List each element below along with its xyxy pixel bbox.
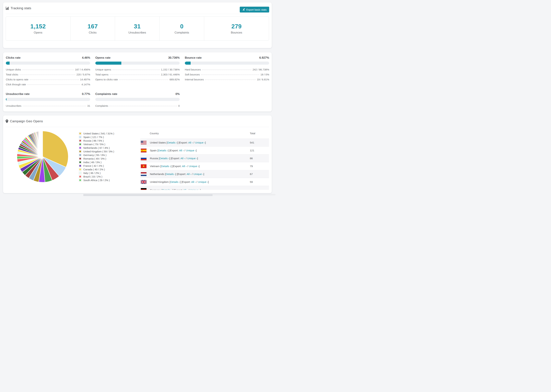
details-link[interactable]: Details › [170,181,180,183]
export-unique-link[interactable]: Unique › [187,157,197,160]
export-unique-link[interactable]: Unique › [189,165,199,168]
dotted-leader [109,106,177,106]
export-all-link[interactable]: All › [179,149,184,152]
rate-progress-fill [95,62,121,65]
rate-progress-fill [185,62,191,65]
rate-detail-row: Internal bounces19 / 6.81% [185,78,269,83]
legend-item-brazil[interactable]: Brazil ( 33 / 2% ) [79,175,114,178]
details-link[interactable]: Details › [162,189,172,190]
rate-block-complaints-rate: Complaints rate0%Complaints0 [95,92,180,109]
geo-card-header: Campaign Geo Opens [3,115,272,127]
country-cell-text: United States [Details ›] [Export: All ›… [150,141,206,144]
rate-detail-label: Total opens [95,73,108,76]
export-all-link[interactable]: All › [188,141,193,144]
legend-label: Russia ( 86 / 5% ) [83,139,104,142]
stat-label: Opens [34,31,42,34]
export-all-link[interactable]: All › [191,181,196,183]
country-name: Vietnam [150,165,160,168]
stat-value: 31 [134,23,141,30]
legend-item-canada[interactable]: Canada ( 40 / 2% ) [79,168,114,171]
details-link[interactable]: Details › [161,165,171,168]
rate-detail-label: Soft bounces [185,73,200,76]
rate-detail-label: Opens to clicks rate [95,78,118,81]
rate-detail-row: Soft bounces18 / 0% [185,73,269,78]
stat-value: 279 [231,23,242,30]
rate-detail-label: Complaints [95,104,108,107]
export-unique-link[interactable]: Unique › [190,189,200,190]
legend-swatch [79,157,81,160]
rate-detail-label: Hard bounces [185,68,201,71]
legend-swatch [79,147,81,149]
rate-detail-label: Click through rate [6,83,26,86]
details-link[interactable]: Details › [158,149,168,152]
geo-country-table: Country Total United States [Details ›] … [140,128,269,190]
rate-detail-value: 167 / 4.456% [75,68,90,71]
rate-detail-label: Unique opens [95,68,111,71]
country-name: Germany [150,189,161,190]
stat-box-opens: 1,152Opens [6,17,71,41]
rate-value: 30.736% [168,56,180,60]
legend-item-vietnam[interactable]: Vietnam ( 79 / 5% ) [79,142,114,146]
rate-value: 0% [175,92,180,96]
legend-label: Italy ( 36 / 2% ) [83,172,101,175]
summary-stats-row: 1,152Opens167Clicks31Unsubscribes0Compla… [6,16,269,41]
export-unique-link[interactable]: Unique › [198,181,208,183]
legend-item-netherlands[interactable]: Netherlands ( 67 / 4% ) [79,146,114,150]
rate-title: Complaints rate [95,92,117,96]
legend-swatch [79,150,81,153]
legend-label: Netherlands ( 67 / 4% ) [83,147,110,149]
rate-detail-value: 31 [87,104,90,107]
export-prefix: [Export: [171,157,180,160]
stat-value: 1,152 [30,23,46,30]
legend-item-india[interactable]: India ( 46 / 3% ) [79,161,114,164]
legend-item-south-africa[interactable]: South Africa ( 29 / 2% ) [79,178,114,182]
legend-item-france[interactable]: France ( 42 / 2% ) [79,164,114,168]
country-name: Russia [150,157,158,160]
legend-item-romania[interactable]: Romania ( 49 / 3% ) [79,157,114,161]
export-unique-link[interactable]: Unique › [193,173,204,175]
legend-item-united-states[interactable]: United States ( 541 / 31% ) [79,132,114,135]
country-cell: Netherlands [Details ›] [Export: All › /… [140,172,250,176]
legend-item-united-kingdom[interactable]: United Kingdom ( 59 / 3% ) [79,150,114,153]
legend-label: Vietnam ( 79 / 5% ) [83,143,105,146]
export-all-link[interactable]: All › [187,173,191,175]
rate-detail-row: Unsubscribes31 [6,104,90,109]
export-all-link[interactable]: All › [182,165,187,168]
export-prefix: [Export: [172,165,181,168]
legend-swatch [79,179,81,182]
dotted-leader [202,70,251,70]
export-all-link[interactable]: All › [183,189,188,190]
details-link[interactable]: Details › [167,141,177,144]
details-link[interactable]: Details › [160,157,169,160]
dotted-leader [205,79,256,80]
legend-swatch [79,161,81,163]
export-basic-stats-button[interactable]: Export basic stats [240,7,269,13]
legend-label: United States ( 541 / 31% ) [83,132,114,135]
flag-de-icon [141,188,147,190]
geo-table-row-spain: Spain [Details ›] [Export: All › / Uniqu… [140,147,269,154]
rate-detail-value: 242 / 86.738% [253,68,269,71]
total-cell: 86 [250,157,269,160]
total-cell: 121 [250,149,269,152]
legend-item-germany[interactable]: Germany ( 55 / 3% ) [79,153,114,157]
legend-label: France ( 42 / 2% ) [83,164,104,167]
export-button-label: Export basic stats [247,8,267,11]
legend-swatch [79,175,81,178]
export-unique-link[interactable]: Unique › [195,141,205,144]
legend-item-russia[interactable]: Russia ( 86 / 5% ) [79,139,114,142]
rate-detail-label: Internal bounces [185,78,204,81]
rate-detail-value: 2,303 / 61.446% [161,73,180,76]
country-name: Spain [150,149,157,152]
legend-item-spain[interactable]: Spain ( 121 / 7% ) [79,135,114,139]
export-unique-link[interactable]: Unique › [186,149,196,152]
rate-detail-value: 4.147% [81,83,90,86]
details-link[interactable]: Details › [166,173,175,175]
legend-label: United Kingdom ( 59 / 3% ) [83,150,114,153]
tracking-stats-header: Tracking stats Export basic stats [3,2,272,14]
legend-swatch [79,165,81,167]
country-name: Netherlands [150,173,164,175]
export-all-link[interactable]: All › [180,157,185,160]
legend-item-italy[interactable]: Italy ( 36 / 2% ) [79,171,114,175]
geo-table-header-row: Country Total [140,128,269,139]
horizontal-scrollbar-thumb[interactable] [83,194,212,196]
